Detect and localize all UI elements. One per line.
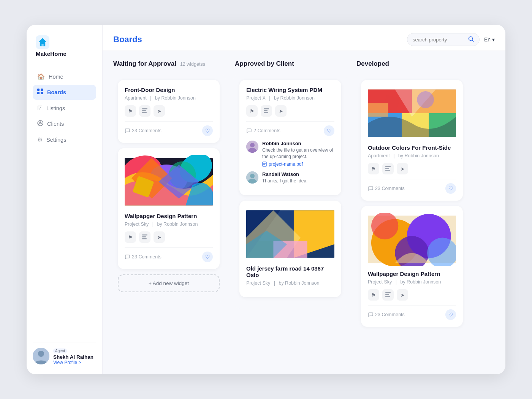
send-tool[interactable]: ➤ [154,105,165,117]
boards-area: Waiting for Approval 12 widgetss Front-D… [103,51,505,374]
column-header-approved: Approved by Client [233,60,347,68]
flag-tool[interactable]: ⚑ [125,105,136,117]
view-profile-link[interactable]: View Profile > [53,360,93,365]
card-footer-6: 23 Comments ♡ [368,305,456,320]
like-btn-2[interactable]: ♡ [202,252,213,262]
column-waiting: Waiting for Approval 12 widgetss Front-D… [112,60,226,302]
card-image-2 [125,155,213,208]
svg-point-50 [417,91,434,108]
card-outdoor: Outdoor Colors For Front-Side Apartment … [361,80,463,201]
bars-tool[interactable] [139,105,150,117]
card-meta-1: Apartment | by Robbin Jonnson [125,95,213,101]
card-image-5 [368,87,456,140]
comments-2: 23 Comments [125,254,162,260]
chat-message-1: Robbin Jonnson Check the file to get an … [246,141,334,167]
send-tool-2[interactable]: ➤ [154,231,165,243]
send-tool-5[interactable]: ➤ [397,163,408,174]
language-selector[interactable]: En ▾ [484,36,495,43]
card-footer-5: 23 Comments ♡ [368,179,456,194]
bars-tool-3[interactable] [261,105,272,117]
flag-tool-5[interactable]: ⚑ [368,163,379,174]
svg-line-11 [472,40,473,42]
svg-rect-26 [264,110,268,111]
logo-icon [36,35,49,49]
card-front-door: Front-Door Design Apartment | by Robbin … [118,80,220,143]
chat-message-2: Randall Watson Thanks, I got the Idea. [246,171,334,184]
nav-item-clients[interactable]: Clients [33,116,96,131]
nav-item-boards[interactable]: Boards [33,85,96,100]
card-title-4: Old jersey farm road 14 0367 Oslo [246,265,334,278]
flag-tool-3[interactable]: ⚑ [246,105,258,117]
flag-tool-2[interactable]: ⚑ [125,231,136,243]
card-title-2: Wallpapger Design Pattern [125,213,213,219]
comments-5: 23 Comments [368,186,405,191]
app-name: MakeHome [36,51,66,57]
svg-rect-63 [385,296,390,297]
bars-tool-5[interactable] [382,163,394,174]
like-btn-6[interactable]: ♡ [445,309,456,320]
nav-item-settings[interactable]: ⚙ Settings [33,132,96,147]
comments-3: 2 Comments [246,128,280,133]
like-btn-3[interactable]: ♡ [324,125,334,136]
profile-area: Agent Shekh Al Raihan View Profile > [33,342,96,365]
card-meta-4: Project Sky | by Robbin Jonnson [246,280,334,286]
svg-rect-14 [142,112,147,113]
svg-rect-53 [385,168,389,169]
card-image-6 [368,213,456,266]
agent-badge: Agent [53,348,67,353]
flag-tool-6[interactable]: ⚑ [368,289,379,301]
send-tool-3[interactable]: ➤ [275,105,287,117]
card-author-2: by Robbin Jonnson [157,222,198,227]
chat-text-2: Thanks, I got the Idea. [262,178,334,184]
svg-rect-52 [385,166,391,167]
search-input[interactable] [413,37,466,43]
home-icon: 🏠 [37,73,45,80]
avatar [33,348,49,364]
card-title-5: Outdoor Colors For Front-Side [368,144,456,151]
top-bar: Boards En ▾ [103,25,505,51]
like-btn-1[interactable]: ♡ [202,125,213,136]
card-author-1: by Robbin Jonnson [155,95,196,101]
card-electric: Electric Wiring System PDM Project X | b… [239,80,341,195]
column-content-developed: Outdoor Colors For Front-Side Apartment … [355,74,469,338]
chat-file-1[interactable]: project-name.pdf [262,162,334,167]
profile-info: Agent Shekh Al Raihan View Profile > [53,347,93,365]
svg-rect-5 [41,92,43,94]
nav-item-home[interactable]: 🏠 Home [33,69,96,84]
bars-tool-2[interactable] [139,231,150,243]
card-tools-6: ⚑ ➤ [368,289,456,301]
card-footer-1: 23 Comments ♡ [125,121,213,136]
svg-rect-61 [385,292,391,293]
svg-point-34 [250,174,255,178]
profile-inner: Agent Shekh Al Raihan View Profile > [33,347,96,365]
add-widget-button[interactable]: + Add new widget [118,274,220,292]
svg-rect-51 [368,103,388,117]
column-title-waiting: Waiting for Approval [113,60,176,68]
card-title-6: Wallpapger Design Pattern [368,271,456,277]
svg-rect-12 [142,108,147,109]
add-widget-label: + Add new widget [149,280,189,286]
bars-tool-6[interactable] [382,289,394,301]
chat-name-2: Randall Watson [262,171,334,177]
nav-label-listings: Listings [46,105,65,111]
chat-avatar-2 [246,171,258,184]
nav-label-clients: Clients [47,121,64,127]
card-image-4 [246,207,334,261]
like-btn-5[interactable]: ♡ [445,183,456,194]
chevron-down-icon: ▾ [492,36,495,43]
card-meta-6: Project Sky | by Robbin Jonnson [368,279,456,285]
language-label: En [484,36,491,43]
clients-icon [37,120,43,128]
page-title: Boards [113,35,402,44]
chat-avatar-1 [246,141,258,153]
column-count-waiting: 12 widgetss [180,62,205,67]
search-icon [468,36,474,43]
nav-item-listings[interactable]: ☑ Listings [33,101,96,116]
chat-text-1: Check the file to get an overview of the… [262,147,334,160]
card-oslo: Old jersey farm road 14 0367 Oslo Projec… [239,201,341,297]
send-tool-6[interactable]: ➤ [397,289,408,301]
card-tools-2: ⚑ ➤ [125,231,213,243]
svg-point-9 [38,351,44,357]
column-approved: Approved by Client Electric Wiring Syste… [233,60,347,309]
card-wallpaper-2: Wallpapger Design Pattern Project Sky | … [361,206,463,327]
